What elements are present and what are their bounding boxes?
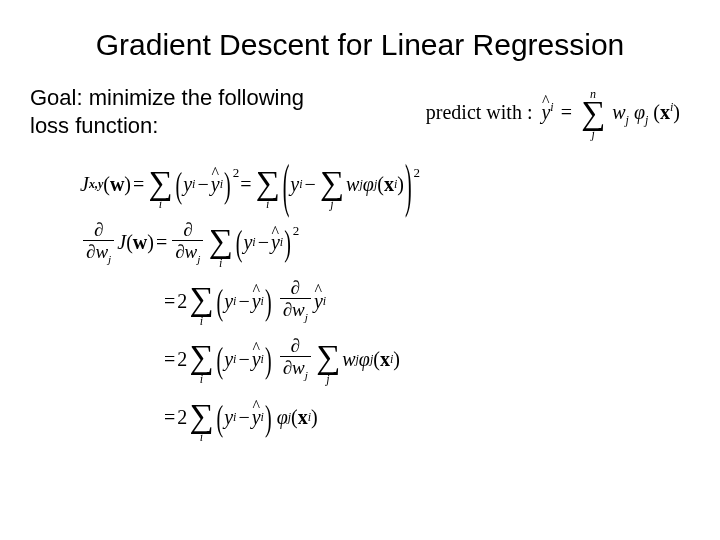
x: x bbox=[660, 101, 670, 123]
predict-equation: predict with : yi = n ∑ j wj φj (xi) bbox=[426, 84, 690, 140]
y2: y bbox=[290, 174, 299, 194]
x-sup: i bbox=[394, 178, 397, 190]
lparen-icon: ( bbox=[236, 224, 243, 260]
y-sup: i bbox=[192, 178, 195, 190]
intro-row: Goal: minimize the following loss functi… bbox=[30, 84, 690, 140]
wj2: w bbox=[342, 349, 355, 369]
rparen-icon: ) bbox=[284, 224, 291, 260]
partial2: ∂ bbox=[283, 357, 292, 378]
yhat2: y bbox=[314, 291, 323, 311]
yhat: y bbox=[252, 349, 261, 369]
x: x bbox=[380, 349, 390, 369]
lparen-icon: ( bbox=[176, 166, 183, 202]
equals: = bbox=[561, 101, 572, 123]
x-sup: i bbox=[670, 100, 673, 114]
partial: ∂ bbox=[291, 335, 300, 356]
lparen-icon: ( bbox=[217, 341, 224, 377]
sigma-icon: ∑ bbox=[148, 168, 172, 199]
sum-i: ∑i bbox=[189, 333, 213, 385]
lparen-icon: ( bbox=[217, 399, 224, 435]
sigma-icon: ∑ bbox=[189, 401, 213, 432]
eq2: = bbox=[240, 174, 251, 194]
w-sub: j bbox=[626, 113, 629, 127]
sigma-icon: ∑ bbox=[189, 284, 213, 315]
y2-sup: i bbox=[299, 178, 302, 190]
partial2: ∂ bbox=[283, 299, 292, 320]
wj: w bbox=[346, 174, 359, 194]
derivative-line3: = 2 ∑i ( yi − yi ) ∂ ∂wj ∑j wj φj (xi) bbox=[80, 333, 690, 385]
J-sub: x,y bbox=[89, 178, 103, 190]
eq: = bbox=[156, 232, 167, 252]
y-sup: i bbox=[233, 295, 236, 307]
w-arg: w bbox=[110, 174, 124, 194]
sum-j: n ∑ j bbox=[581, 88, 605, 140]
goal-text: Goal: minimize the following loss functi… bbox=[30, 84, 340, 139]
phi: φ bbox=[363, 174, 374, 194]
sum-i-below2: i bbox=[266, 198, 269, 210]
partial-frac: ∂ ∂wj bbox=[280, 336, 311, 381]
sum-j: ∑j bbox=[316, 333, 340, 385]
partial-frac: ∂ ∂wj bbox=[83, 220, 114, 265]
derivative-line1: ∂ ∂wj J(w) = ∂ ∂wj ∑i ( yi − yi )2 bbox=[80, 216, 690, 268]
y: y bbox=[183, 174, 192, 194]
sum-i: ∑i bbox=[189, 391, 213, 443]
sigma-icon: ∑ bbox=[189, 342, 213, 373]
sum-below: i bbox=[219, 257, 222, 269]
partial2: ∂ bbox=[86, 241, 95, 262]
J: J bbox=[117, 232, 126, 252]
rparen-icon: ) bbox=[265, 283, 272, 319]
partial3: ∂ bbox=[183, 219, 192, 240]
wj-sub: j bbox=[108, 253, 111, 265]
yhat-sup: i bbox=[261, 411, 264, 423]
partial4: ∂ bbox=[175, 241, 184, 262]
two: 2 bbox=[177, 349, 187, 369]
slide-title: Gradient Descent for Linear Regression bbox=[30, 28, 690, 62]
y-sup: i bbox=[252, 236, 255, 248]
w-arg: w bbox=[133, 232, 147, 252]
predict-label: predict with : bbox=[426, 101, 533, 123]
J: J bbox=[80, 174, 89, 194]
wj: w bbox=[95, 241, 108, 262]
sigma-icon: ∑ bbox=[208, 226, 232, 257]
wj: w bbox=[292, 299, 305, 320]
wj2-sub: j bbox=[197, 253, 200, 265]
y: y bbox=[243, 232, 252, 252]
yhat-sup: i bbox=[261, 295, 264, 307]
sum-i-below: i bbox=[159, 198, 162, 210]
x-sup: i bbox=[308, 411, 311, 423]
y-sup: i bbox=[233, 411, 236, 423]
y: y bbox=[224, 349, 233, 369]
slide: Gradient Descent for Linear Regression G… bbox=[0, 0, 720, 540]
sum-j-below: j bbox=[330, 198, 333, 210]
yhat-sup: i bbox=[280, 236, 283, 248]
yhat2-sup: i bbox=[323, 295, 326, 307]
y: y bbox=[224, 291, 233, 311]
two: 2 bbox=[177, 407, 187, 427]
minus: − bbox=[238, 407, 249, 427]
x: x bbox=[298, 407, 308, 427]
yhat-sup: i bbox=[550, 100, 553, 114]
wj: w bbox=[292, 357, 305, 378]
yhat-sup: i bbox=[261, 353, 264, 365]
phi: φ bbox=[277, 407, 288, 427]
x-sup: i bbox=[390, 353, 393, 365]
sum-i: ∑i bbox=[189, 275, 213, 327]
sum-below: i bbox=[200, 315, 203, 327]
eq1: = bbox=[133, 174, 144, 194]
eq: = bbox=[164, 407, 175, 427]
y: y bbox=[224, 407, 233, 427]
phi-sub: j bbox=[288, 411, 291, 423]
wj2: w bbox=[185, 241, 198, 262]
yhat: y bbox=[252, 291, 261, 311]
minus1: − bbox=[197, 174, 208, 194]
sum-i-2: ∑i bbox=[255, 158, 279, 210]
sigma-icon: ∑ bbox=[316, 342, 340, 373]
w: w bbox=[612, 101, 625, 123]
sum-j-1: ∑j bbox=[320, 158, 344, 210]
derivative-line2: = 2 ∑i ( yi − yi ) ∂ ∂wj yi bbox=[80, 275, 690, 327]
exp2: 2 bbox=[233, 166, 240, 179]
wj-sub: j bbox=[305, 311, 308, 323]
x: x bbox=[384, 174, 394, 194]
yhat-sup: i bbox=[220, 178, 223, 190]
yhat: y bbox=[252, 407, 261, 427]
